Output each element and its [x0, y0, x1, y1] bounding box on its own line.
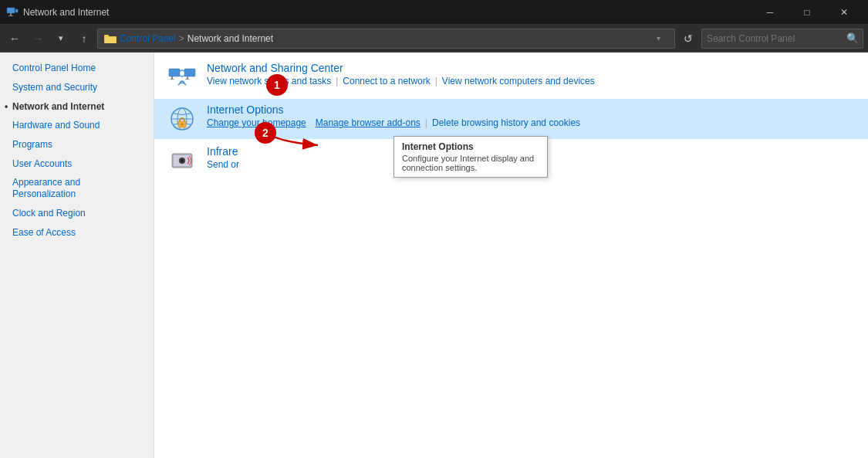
- internet-options-title[interactable]: Internet Options: [207, 103, 284, 116]
- sidebar-item-control-panel-home[interactable]: Control Panel Home: [0, 59, 154, 78]
- connect-to-network-link[interactable]: Connect to a network: [343, 76, 430, 87]
- path-current: Network and Internet: [187, 33, 273, 44]
- sidebar-item-network-internet[interactable]: Network and Internet: [0, 97, 154, 117]
- view-network-status-link[interactable]: View network status and tasks: [207, 76, 331, 87]
- dropdown-button[interactable]: ▾: [51, 29, 71, 49]
- svg-point-20: [181, 124, 184, 126]
- sidebar-item-clock-region[interactable]: Clock and Region: [0, 204, 154, 223]
- window-icon: [6, 6, 19, 19]
- sidebar-item-ease-access[interactable]: Ease of Access: [0, 223, 154, 243]
- svg-rect-1: [10, 13, 12, 15]
- title-bar: Network and Internet ─ □ ✕: [0, 0, 868, 25]
- change-homepage-link[interactable]: Change your homepage: [207, 117, 306, 128]
- path-sep1: >: [179, 33, 184, 44]
- forward-button[interactable]: →: [28, 29, 48, 49]
- internet-options-content: Internet Options Change your homepage Ma…: [207, 103, 856, 128]
- content-area: Network and Sharing Center View network …: [154, 53, 868, 458]
- path-dropdown-button[interactable]: ▾: [648, 29, 668, 49]
- internet-options-icon: [167, 103, 198, 134]
- infrared-icon: [167, 145, 198, 176]
- view-network-computers-link[interactable]: View network computers and devices: [442, 76, 595, 87]
- network-sharing-links: View network status and tasks | Connect …: [207, 76, 856, 87]
- sidebar: Control Panel Home System and Security N…: [0, 53, 154, 458]
- svg-rect-9: [171, 79, 174, 80]
- sidebar-item-hardware-sound[interactable]: Hardware and Sound: [0, 116, 154, 135]
- window-controls: ─ □ ✕: [752, 0, 862, 25]
- svg-rect-0: [7, 8, 15, 13]
- maximize-button[interactable]: □: [789, 0, 825, 25]
- network-sharing-content: Network and Sharing Center View network …: [207, 62, 856, 87]
- close-button[interactable]: ✕: [826, 0, 862, 25]
- svg-rect-12: [186, 79, 190, 80]
- address-path: Control Panel > Network and Internet ▾: [97, 29, 675, 49]
- sidebar-item-system-security[interactable]: System and Security: [0, 78, 154, 97]
- infrared-title[interactable]: Infrared: [207, 145, 244, 158]
- search-box: 🔍: [701, 29, 863, 49]
- tooltip: Internet Options Configure your Internet…: [393, 136, 548, 178]
- delete-browsing-history-link[interactable]: Delete browsing history and cookies: [432, 117, 580, 128]
- window-title: Network and Internet: [23, 7, 748, 18]
- search-button[interactable]: 🔍: [843, 29, 863, 49]
- internet-options-section: Internet Options Change your homepage Ma…: [154, 99, 868, 139]
- search-input[interactable]: [702, 33, 843, 44]
- network-sharing-icon: [167, 62, 198, 93]
- network-sharing-title[interactable]: Network and Sharing Center: [207, 62, 343, 74]
- internet-options-links: Change your homepage Manage browser add-…: [207, 117, 856, 128]
- back-button[interactable]: ←: [5, 29, 25, 49]
- sidebar-item-appearance[interactable]: Appearance and Personalization: [0, 174, 154, 204]
- svg-point-24: [181, 159, 184, 162]
- svg-rect-3: [15, 9, 18, 12]
- tooltip-text: Configure your Internet display and conn…: [402, 154, 539, 172]
- up-button[interactable]: ↑: [74, 29, 94, 49]
- folder-icon: [104, 33, 117, 44]
- address-bar: ← → ▾ ↑ Control Panel > Network and Inte…: [0, 25, 868, 53]
- network-sharing-section: Network and Sharing Center View network …: [167, 62, 856, 93]
- main-layout: Control Panel Home System and Security N…: [0, 53, 868, 458]
- path-home: Control Panel: [120, 33, 176, 44]
- svg-rect-11: [187, 76, 188, 79]
- svg-rect-8: [171, 76, 173, 79]
- manage-browser-addons-link[interactable]: Manage browser add-ons: [316, 117, 420, 128]
- svg-rect-6: [105, 37, 116, 43]
- refresh-button[interactable]: ↺: [678, 29, 698, 49]
- tooltip-title: Internet Options: [402, 141, 539, 152]
- sidebar-item-user-accounts[interactable]: User Accounts: [0, 154, 154, 174]
- infrared-link1[interactable]: Send or: [207, 159, 239, 170]
- svg-rect-2: [8, 15, 13, 16]
- minimize-button[interactable]: ─: [752, 0, 788, 25]
- sidebar-item-programs[interactable]: Programs: [0, 135, 154, 154]
